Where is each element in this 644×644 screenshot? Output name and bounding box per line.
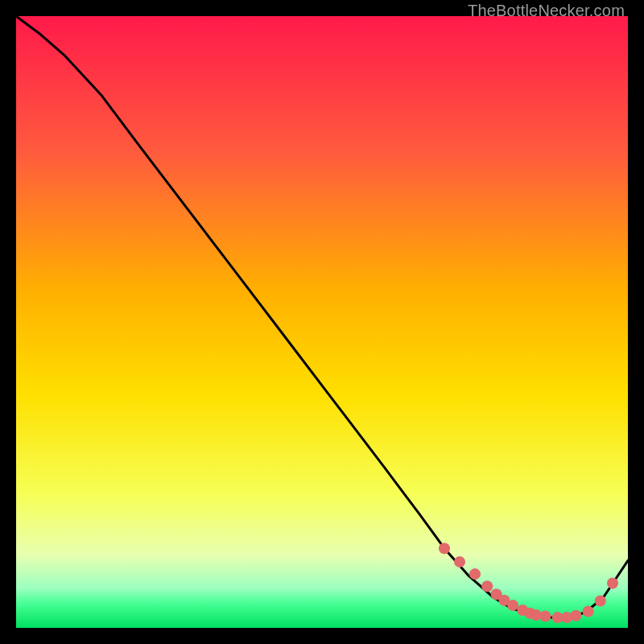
scatter-dot — [595, 596, 606, 607]
watermark-text: TheBottleNecker.com — [468, 2, 625, 20]
scatter-dot — [481, 580, 493, 592]
scatter-dot — [439, 543, 450, 554]
chart-plot — [16, 16, 628, 628]
scatter-dot — [539, 611, 551, 622]
scatter-dot — [583, 605, 594, 617]
scatter-dot — [454, 556, 465, 568]
scatter-dot — [607, 578, 618, 589]
scatter-dot — [570, 610, 581, 621]
scatter-dot — [507, 600, 518, 611]
gradient-background — [16, 16, 628, 628]
chart-frame — [16, 16, 628, 628]
scatter-dot — [469, 568, 481, 580]
